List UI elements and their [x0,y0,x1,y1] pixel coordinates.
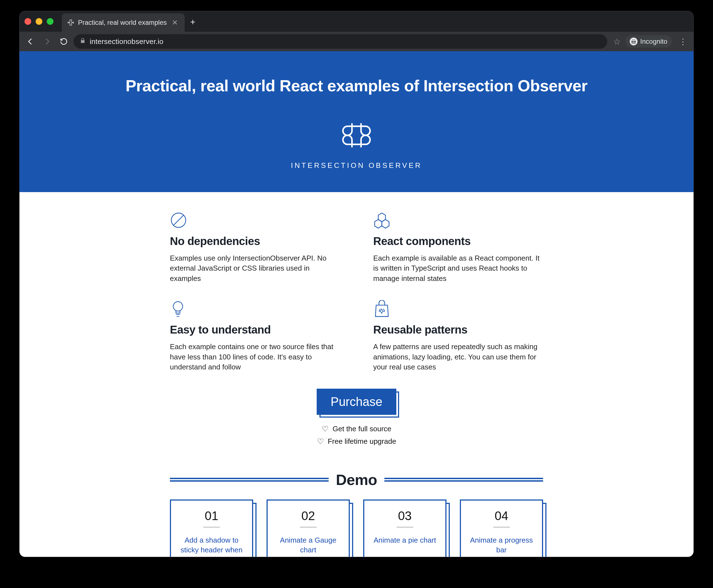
reload-button[interactable] [57,35,71,48]
lock-icon [80,38,86,45]
lightbulb-icon [170,300,340,318]
tab-favicon-icon [67,19,75,26]
feature-title: Easy to understand [170,323,340,336]
rule-right [384,478,543,482]
bookmark-icon[interactable]: ☆ [613,37,621,46]
feature-reusable: Reusable patterns A few patterns are use… [373,300,543,372]
browser-tab[interactable]: Practical, real world examples ✕ [62,13,185,32]
card-title: Animate a pie chart [373,536,436,545]
demo-heading: Demo [336,471,377,488]
back-button[interactable] [23,35,37,48]
card-number: 04 [495,509,508,523]
brand-text: INTERSECTION OBSERVER [291,161,422,170]
feature-react-components: React components Each example is availab… [373,212,543,284]
feature-no-dependencies: No dependencies Examples use only Inters… [170,212,340,284]
card-title: Animate a Gauge chart [274,536,343,555]
card-number: 03 [398,509,412,523]
feature-easy: Easy to understand Each example contains… [170,300,340,372]
incognito-icon [630,38,637,45]
features-grid: No dependencies Examples use only Inters… [164,212,549,372]
browser-window: Practical, real world examples ✕ + inter… [20,11,693,557]
card-underline [203,527,220,528]
hero-logo: INTERSECTION OBSERVER [291,117,422,170]
tab-close-icon[interactable]: ✕ [170,18,180,27]
incognito-label: Incognito [640,38,667,45]
perk-item: ♡ Free lifetime upgrade [317,437,396,446]
heart-icon: ♡ [317,437,324,446]
perk-label: Get the full source [332,425,391,433]
new-tab-button[interactable]: + [185,17,201,27]
purchase-button[interactable]: Purchase [317,388,396,415]
toolbar: intersectionobserver.io ☆ Incognito ⋮ [20,32,693,51]
card-underline [396,527,413,528]
menu-icon[interactable]: ⋮ [676,37,690,46]
url-text: intersectionobserver.io [90,37,163,46]
card-title: Add a shadow to sticky header when scrol… [177,536,246,557]
cta-section: Purchase ♡ Get the full source ♡ Free li… [20,388,693,446]
perk-item: ♡ Get the full source [322,424,391,434]
window-controls [24,18,54,25]
demo-card[interactable]: 01 Add a shadow to sticky header when sc… [170,500,253,557]
titlebar: Practical, real world examples ✕ + [20,11,693,32]
svg-point-1 [173,302,183,311]
forward-button[interactable] [40,35,54,48]
card-number: 02 [301,509,315,523]
recycle-bag-icon [373,300,543,318]
feature-desc: A few patterns are used repeatedly such … [373,342,543,372]
page-title: Practical, real world React examples of … [30,76,683,95]
card-number: 01 [205,509,218,523]
rule-left [170,478,329,482]
page-content: Practical, real world React examples of … [20,51,693,557]
demo-separator: Demo [164,471,549,488]
demo-card[interactable]: 04 Animate a progress bar [460,500,543,557]
feature-title: React components [373,235,543,248]
incognito-badge[interactable]: Incognito [625,35,672,48]
feature-title: Reusable patterns [373,323,543,336]
demo-card[interactable]: 02 Animate a Gauge chart [267,500,350,557]
perk-label: Free lifetime upgrade [328,437,396,446]
tab-title: Practical, real world examples [78,19,167,26]
heart-icon: ♡ [322,424,329,434]
demo-cards-row1: 01 Add a shadow to sticky header when sc… [164,500,549,557]
card-title: Animate a progress bar [467,536,536,555]
feature-desc: Examples use only IntersectionObserver A… [170,253,340,284]
minimize-window-button[interactable] [36,18,42,25]
perks-list: ♡ Get the full source ♡ Free lifetime up… [20,424,693,446]
demo-card[interactable]: 03 Animate a pie chart [363,500,446,557]
toolbar-right: ☆ Incognito ⋮ [613,35,690,48]
no-dependencies-icon [170,212,340,230]
maximize-window-button[interactable] [47,18,54,25]
purchase-button-wrap: Purchase [317,388,396,415]
close-window-button[interactable] [24,18,31,25]
react-components-icon [373,212,543,230]
card-underline [300,527,317,528]
command-icon [339,117,374,153]
feature-title: No dependencies [170,235,340,248]
feature-desc: Each example contains one or two source … [170,342,340,372]
card-underline [493,527,510,528]
address-bar[interactable]: intersectionobserver.io [74,34,607,49]
hero-section: Practical, real world React examples of … [20,51,693,192]
feature-desc: Each example is available as a React com… [373,253,543,284]
